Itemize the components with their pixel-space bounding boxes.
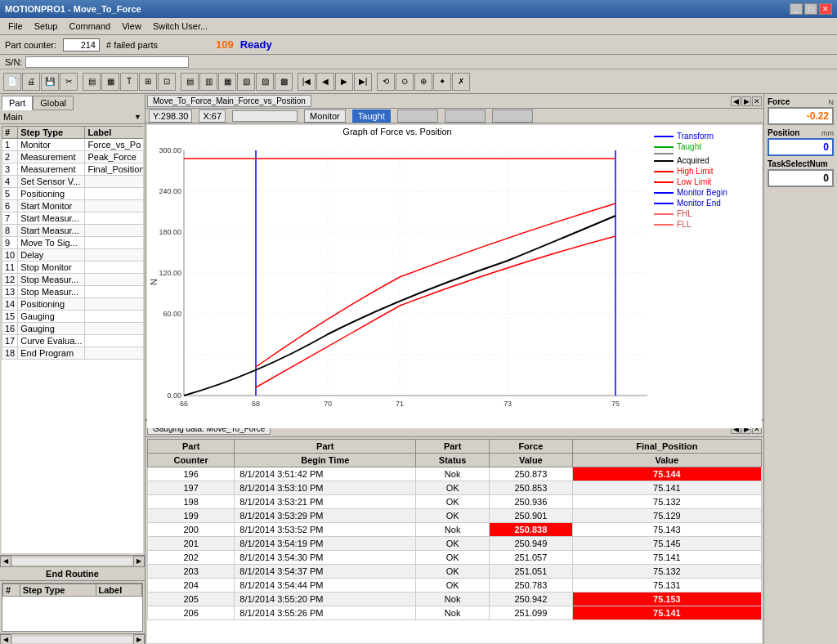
table-row[interactable]: 11 Stop Monitor	[2, 262, 144, 274]
table-row[interactable]: 10 Delay	[2, 249, 144, 262]
table-row[interactable]: 15 Gauging	[2, 311, 144, 323]
chart-nav-left[interactable]: ◀	[731, 96, 741, 106]
chart-btn-4[interactable]	[445, 110, 486, 123]
table-row[interactable]: 16 Gauging	[2, 323, 144, 335]
gauge-force: 251.099	[490, 606, 573, 620]
chart-nav-right[interactable]: ▶	[741, 96, 751, 106]
toolbar-btn-22[interactable]: ⊕	[414, 73, 432, 91]
toolbar-btn-9[interactable]: ⊡	[158, 73, 176, 91]
gauge-position: 75.129	[572, 509, 761, 523]
main-arrow[interactable]: ▼	[134, 113, 141, 121]
toolbar-btn-17[interactable]: ◀	[316, 73, 334, 91]
toolbar-btn-6[interactable]: ▦	[101, 73, 119, 91]
toolbar-btn-11[interactable]: ▥	[199, 73, 217, 91]
gauge-status: Nok	[416, 467, 490, 481]
toolbar-btn-24[interactable]: ✗	[452, 73, 470, 91]
gauge-force: 250.901	[490, 509, 573, 523]
minimize-button[interactable]: _	[790, 3, 803, 15]
toolbar-btn-23[interactable]: ✦	[433, 73, 451, 91]
svg-text:75: 75	[611, 400, 620, 408]
taught-button[interactable]: Taught	[352, 110, 391, 123]
toolbar-btn-7[interactable]: T	[120, 73, 138, 91]
table-row[interactable]: 9 Move To Sig...	[2, 237, 144, 249]
step-label	[85, 262, 143, 274]
scroll-left-btn[interactable]: ◀	[0, 556, 11, 567]
menu-view[interactable]: View	[117, 20, 146, 33]
step-type: Gauging	[18, 311, 85, 323]
right-sidebar: Force N -0.22 Position mm 0 TaskSelectNu…	[763, 94, 837, 644]
legend-monitor-begin: Monitor Begin	[654, 188, 755, 197]
table-row: 199 8/1/2014 3:53:29 PM OK 250.901 75.12…	[148, 509, 762, 523]
chart-panel: Move_To_Force_Main_Force_vs_Position ◀ ▶…	[145, 94, 763, 421]
chart-btn-5[interactable]	[492, 110, 533, 123]
table-row[interactable]: 12 Stop Measur...	[2, 274, 144, 286]
col-status-bot: Status	[416, 454, 490, 467]
end-scroll-left[interactable]: ◀	[0, 634, 11, 645]
step-table-hscroll[interactable]: ◀ ▶	[0, 555, 145, 566]
sn-input[interactable]	[25, 56, 189, 68]
menu-setup[interactable]: Setup	[29, 20, 63, 33]
menu-file[interactable]: File	[3, 20, 28, 33]
table-row[interactable]: 1 Monitor Force_vs_Po	[2, 139, 144, 151]
step-num: 18	[2, 347, 18, 360]
table-row[interactable]: 13 Stop Measur...	[2, 286, 144, 298]
toolbar-btn-4[interactable]: ✂	[60, 73, 78, 91]
toolbar-btn-13[interactable]: ▧	[237, 73, 255, 91]
table-row[interactable]: 14 Positioning	[2, 298, 144, 311]
gauge-status: Nok	[416, 523, 490, 537]
toolbar-btn-20[interactable]: ⟲	[377, 73, 395, 91]
toolbar-btn-10[interactable]: ▤	[181, 73, 199, 91]
table-row[interactable]: 6 Start Monitor	[2, 200, 144, 212]
step-num: 3	[2, 163, 18, 176]
toolbar-btn-16[interactable]: |◀	[298, 73, 316, 91]
table-row[interactable]: 17 Curve Evalua...	[2, 335, 144, 347]
table-row[interactable]: 2 Measurement Peak_Force	[2, 151, 144, 163]
svg-text:71: 71	[396, 400, 404, 408]
table-row[interactable]: 3 Measurement Final_Position	[2, 163, 144, 176]
table-row[interactable]: 5 Positioning	[2, 188, 144, 200]
toolbar-btn-5[interactable]: ▤	[83, 73, 101, 91]
scroll-right-btn[interactable]: ▶	[133, 556, 145, 567]
table-row[interactable]: 4 Set Sensor V...	[2, 176, 144, 188]
gauge-counter: 205	[148, 593, 235, 606]
chart-label-box	[232, 110, 298, 122]
chart-close-btn[interactable]: ✕	[752, 96, 762, 106]
step-type: Positioning	[18, 298, 85, 311]
toolbar-btn-3[interactable]: 💾	[41, 73, 59, 91]
gauge-counter: 203	[148, 565, 235, 579]
table-row[interactable]: 7 Start Measur...	[2, 212, 144, 225]
legend-taught: Taught	[654, 142, 755, 151]
menu-command[interactable]: Command	[64, 20, 115, 33]
maximize-button[interactable]: □	[804, 3, 817, 15]
chart-btn-3[interactable]	[397, 110, 438, 123]
col-begin-time-bot: Begin Time	[235, 454, 416, 467]
toolbar-btn-8[interactable]: ⊞	[139, 73, 157, 91]
gauge-position: 75.141	[572, 606, 761, 620]
tab-part[interactable]: Part	[2, 96, 33, 110]
monitor-button[interactable]: Monitor	[304, 110, 346, 123]
gauge-force: 251.051	[490, 565, 573, 579]
toolbar-btn-19[interactable]: ▶|	[354, 73, 372, 91]
svg-text:240.00: 240.00	[159, 187, 181, 195]
data-table-area: Part Part Part Force Final_Position Coun…	[147, 439, 762, 643]
end-step-hscroll[interactable]: ◀ ▶	[0, 633, 145, 644]
toolbar-btn-14[interactable]: ▨	[256, 73, 274, 91]
tab-global[interactable]: Global	[33, 96, 74, 110]
table-row[interactable]: 8 Start Measur...	[2, 225, 144, 237]
scroll-track[interactable]	[12, 558, 132, 565]
window-controls[interactable]: _ □ ✕	[790, 3, 832, 15]
close-button[interactable]: ✕	[819, 3, 832, 15]
step-type: Start Monitor	[18, 200, 85, 212]
part-counter-value: 214	[63, 38, 100, 51]
end-scroll-right[interactable]: ▶	[133, 634, 145, 645]
toolbar-btn-15[interactable]: ▩	[275, 73, 293, 91]
toolbar-btn-12[interactable]: ▦	[218, 73, 236, 91]
end-scroll-track[interactable]	[12, 637, 132, 643]
toolbar-btn-21[interactable]: ⊙	[396, 73, 414, 91]
toolbar-btn-2[interactable]: 🖨	[22, 73, 40, 91]
toolbar-btn-1[interactable]: 📄	[3, 73, 21, 91]
chart-tab[interactable]: Move_To_Force_Main_Force_vs_Position	[147, 95, 311, 107]
table-row[interactable]: 18 End Program	[2, 347, 144, 360]
menu-switch-user[interactable]: Switch User...	[148, 20, 213, 33]
toolbar-btn-18[interactable]: ▶	[335, 73, 353, 91]
